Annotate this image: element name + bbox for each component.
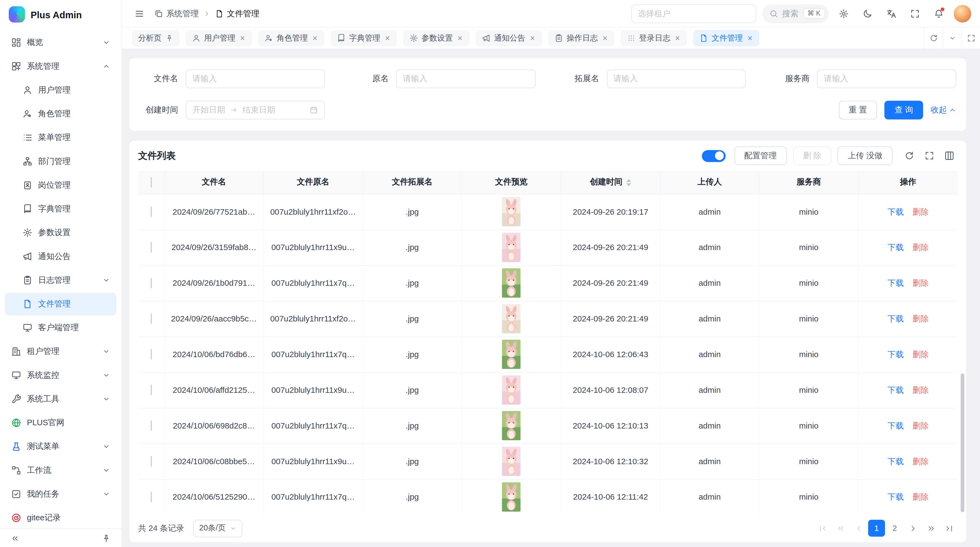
delete-link[interactable]: 删除 xyxy=(913,349,929,359)
delete-link[interactable]: 删除 xyxy=(913,314,929,323)
app-logo[interactable]: Plus Admin xyxy=(0,0,121,29)
sidebar-item-role[interactable]: 角色管理 xyxy=(5,103,116,125)
column-settings-button[interactable] xyxy=(941,148,958,164)
download-link[interactable]: 下载 xyxy=(888,314,904,323)
tab-role[interactable]: 角色管理 xyxy=(258,30,324,46)
avatar[interactable] xyxy=(954,5,971,22)
sort-icons[interactable] xyxy=(626,179,631,186)
row-checkbox[interactable] xyxy=(151,313,152,324)
tab-close-button[interactable] xyxy=(312,35,318,41)
sidebar-item-post[interactable]: 岗位管理 xyxy=(5,174,116,196)
tab-param[interactable]: 参数设置 xyxy=(403,30,469,46)
toggle-switch[interactable] xyxy=(702,150,725,162)
refresh-page-button[interactable] xyxy=(924,27,942,49)
download-link[interactable]: 下载 xyxy=(888,207,904,216)
date-range-input[interactable]: 开始日期 结束日期 xyxy=(186,101,325,120)
tenant-select[interactable]: 选择租户 xyxy=(631,4,756,23)
delete-link[interactable]: 删除 xyxy=(913,421,929,430)
delete-link[interactable]: 删除 xyxy=(913,492,929,501)
sidebar-item-overview[interactable]: 概览 xyxy=(5,31,116,54)
row-checkbox[interactable] xyxy=(151,206,152,217)
config-manage-button[interactable]: 配置管理 xyxy=(734,146,787,165)
delete-link[interactable]: 删除 xyxy=(913,207,929,216)
select-all-checkbox[interactable] xyxy=(151,177,152,187)
tab-dict[interactable]: 字典管理 xyxy=(330,30,396,46)
sidebar-item-user[interactable]: 用户管理 xyxy=(5,79,116,101)
notifications-button[interactable] xyxy=(930,5,947,22)
sidebar-item-notice[interactable]: 通知公告 xyxy=(5,245,116,268)
sidebar-item-gitee[interactable]: gitee记录 xyxy=(5,507,116,528)
pagination-page-2[interactable]: 2 xyxy=(886,520,903,537)
file-preview-image[interactable] xyxy=(502,233,521,262)
tab-close-button[interactable] xyxy=(239,35,245,41)
sidebar-item-tools[interactable]: 系统工具 xyxy=(5,388,116,410)
origin-name-input[interactable]: 请输入 xyxy=(396,69,535,88)
sidebar-item-dept[interactable]: 部门管理 xyxy=(5,150,116,173)
delete-link[interactable]: 删除 xyxy=(913,456,929,466)
collapse-filters-link[interactable]: 收起 xyxy=(931,104,956,115)
tab-user[interactable]: 用户管理 xyxy=(185,30,251,46)
language-button[interactable] xyxy=(883,5,900,22)
pagination-next-jump-button[interactable] xyxy=(923,520,939,537)
table-scrollbar-thumb[interactable] xyxy=(961,373,964,512)
reset-button[interactable]: 重 置 xyxy=(839,101,877,120)
download-link[interactable]: 下载 xyxy=(888,385,904,394)
tab-notice[interactable]: 通知公告 xyxy=(475,30,541,46)
file-preview-image[interactable] xyxy=(502,197,521,226)
column-header-create-time[interactable]: 创建时间 xyxy=(561,171,660,194)
sidebar-item-test[interactable]: 测试菜单 xyxy=(5,435,116,458)
page-size-select[interactable]: 20条/页 xyxy=(193,520,243,537)
collapse-sidebar-button[interactable] xyxy=(6,529,24,547)
file-preview-image[interactable] xyxy=(502,340,521,369)
row-checkbox[interactable] xyxy=(151,384,152,395)
sidebar-item-tasks[interactable]: 我的任务 xyxy=(5,483,116,506)
tab-file[interactable]: 文件管理 xyxy=(693,30,759,46)
content-fullscreen-button[interactable] xyxy=(961,27,980,49)
download-link[interactable]: 下载 xyxy=(888,421,904,430)
sidebar-item-tenant[interactable]: 租户管理 xyxy=(5,340,116,363)
download-link[interactable]: 下载 xyxy=(888,242,904,252)
sidebar-item-file[interactable]: 文件管理 xyxy=(5,293,116,315)
pin-sidebar-button[interactable] xyxy=(97,529,115,547)
sidebar-item-param[interactable]: 参数设置 xyxy=(5,222,116,244)
file-preview-image[interactable] xyxy=(502,304,521,333)
file-preview-image[interactable] xyxy=(502,482,521,512)
tab-close-button[interactable] xyxy=(457,35,463,41)
file-preview-image[interactable] xyxy=(502,411,521,440)
sidebar-item-monitor[interactable]: 系统监控 xyxy=(5,364,116,386)
delete-link[interactable]: 删除 xyxy=(913,278,929,287)
pagination-next-button[interactable] xyxy=(904,520,921,537)
delete-link[interactable]: 删除 xyxy=(913,385,929,394)
breadcrumb-item-file[interactable]: 文件管理 xyxy=(215,8,259,19)
tab-close-button[interactable] xyxy=(674,35,680,41)
tab-loginlog[interactable]: 登录日志 xyxy=(620,30,687,46)
download-link[interactable]: 下载 xyxy=(888,278,904,287)
row-checkbox[interactable] xyxy=(151,492,152,502)
sidebar-item-dict[interactable]: 字典管理 xyxy=(5,198,116,220)
fullscreen-button[interactable] xyxy=(906,5,924,22)
file-preview-image[interactable] xyxy=(502,268,521,298)
download-link[interactable]: 下载 xyxy=(888,492,904,501)
delete-link[interactable]: 删除 xyxy=(913,242,929,252)
global-search[interactable]: 搜索 ⌘ K xyxy=(762,4,829,23)
refresh-table-button[interactable] xyxy=(901,148,918,164)
download-link[interactable]: 下载 xyxy=(888,349,904,359)
table-fullscreen-button[interactable] xyxy=(921,148,937,164)
row-checkbox[interactable] xyxy=(151,349,152,360)
sidebar-item-plus-site[interactable]: PLUS官网 xyxy=(5,411,116,434)
tab-close-button[interactable] xyxy=(384,35,390,41)
pagination-first-button[interactable] xyxy=(814,520,830,537)
dark-mode-button[interactable] xyxy=(859,5,876,22)
filename-input[interactable]: 请输入 xyxy=(186,69,325,88)
tab-oplog[interactable]: 操作日志 xyxy=(548,30,614,46)
tab-options-button[interactable] xyxy=(942,27,961,49)
upload-button[interactable]: 上传 没做 xyxy=(838,146,892,165)
provider-input[interactable]: 请输入 xyxy=(817,69,956,88)
sidebar-item-menu[interactable]: 菜单管理 xyxy=(5,126,116,149)
file-preview-image[interactable] xyxy=(502,375,521,405)
sidebar-item-workflow[interactable]: 工作流 xyxy=(5,459,116,482)
settings-button[interactable] xyxy=(835,5,852,22)
breadcrumb-item-system[interactable]: 系统管理 xyxy=(154,8,199,19)
tab-analysis[interactable]: 分析页 xyxy=(132,30,179,46)
tab-close-button[interactable] xyxy=(601,35,608,41)
